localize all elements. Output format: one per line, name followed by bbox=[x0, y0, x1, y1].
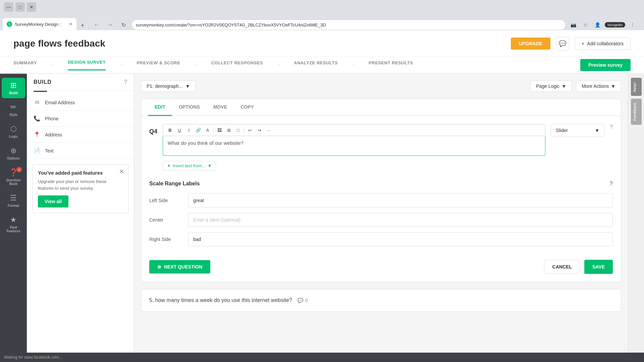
text-formatting-bar: B U I 🔗 A 🖼 ⊞ □ ↩ ↪ bbox=[163, 124, 545, 136]
maximize-button[interactable]: □ bbox=[15, 2, 25, 12]
top-bar: page flows feedback UPGRADE 💬 + Add coll… bbox=[0, 30, 644, 57]
forward-button[interactable]: → bbox=[105, 19, 115, 30]
question-row: Q4 B U I 🔗 A 🖼 ⊞ bbox=[149, 124, 613, 157]
sidebar-item-options[interactable]: ⊕ Options bbox=[2, 143, 25, 164]
sidebar-item-logic[interactable]: ⬡ Logic bbox=[2, 121, 25, 142]
sidebar-label-options: Options bbox=[7, 157, 20, 160]
build-item-label-address: Address bbox=[45, 132, 62, 137]
build-item-phone[interactable]: 📞 Phone bbox=[27, 111, 134, 127]
refresh-button[interactable]: ↻ bbox=[118, 19, 129, 30]
add-collab-label: Add collaborators bbox=[587, 41, 624, 46]
browser-chrome: — □ ✕ S SurveyMonkey Design : ✕ + ← → ↻ … bbox=[0, 0, 644, 30]
sidebar-item-style[interactable]: ✏ Style bbox=[2, 100, 25, 120]
save-button[interactable]: SAVE bbox=[584, 260, 613, 274]
email-icon: ✉ bbox=[34, 99, 40, 106]
page-selector[interactable]: P1: demograph... ▼ bbox=[141, 80, 196, 92]
new-tab-button[interactable]: + bbox=[78, 21, 87, 30]
build-item-text[interactable]: 📄 Text bbox=[27, 143, 134, 159]
add-collaborators-button[interactable]: + Add collaborators bbox=[575, 37, 631, 50]
question-text-input[interactable]: What do you think of our website? bbox=[163, 136, 545, 156]
font-color-button[interactable]: A bbox=[203, 126, 212, 134]
question-card: EDIT OPTIONS MOVE COPY Q4 B U bbox=[141, 99, 621, 282]
tab-move[interactable]: MOVE bbox=[207, 99, 234, 116]
paid-features-card: ✕ You've added paid features Upgrade you… bbox=[32, 164, 128, 213]
upgrade-button[interactable]: UPGRADE bbox=[511, 38, 550, 50]
next-question-button[interactable]: ⊕ NEXT QUESTION bbox=[149, 260, 210, 274]
browser-tab[interactable]: S SurveyMonkey Design : ✕ bbox=[3, 18, 76, 30]
toolbar-separator bbox=[213, 127, 214, 133]
image-button[interactable]: 🖼 bbox=[215, 126, 224, 134]
italic-button[interactable]: I bbox=[184, 126, 193, 134]
tab-edit[interactable]: EDIT bbox=[148, 99, 172, 116]
question-help-icon[interactable]: ? bbox=[610, 124, 613, 130]
scale-row-right: Right Side bbox=[149, 232, 613, 246]
tab-analyze-results[interactable]: ANALYZE RESULTS bbox=[294, 60, 338, 70]
tab-close-icon[interactable]: ✕ bbox=[69, 22, 72, 26]
build-help-icon[interactable]: ? bbox=[124, 79, 127, 85]
left-side-input[interactable] bbox=[188, 193, 613, 207]
scale-row-center: Center bbox=[149, 213, 613, 227]
tab-copy[interactable]: COPY bbox=[234, 99, 261, 116]
bookmark-icon[interactable]: ☆ bbox=[581, 20, 590, 29]
scale-help-icon[interactable]: ? bbox=[609, 181, 613, 187]
toolbar-right: Page Logic ▼ More Actions ▼ bbox=[530, 80, 621, 92]
embed-button[interactable]: □ bbox=[234, 126, 243, 134]
table-button[interactable]: ⊞ bbox=[224, 126, 233, 134]
insert-text-chevron: ▼ bbox=[208, 163, 212, 168]
bold-button[interactable]: B bbox=[166, 126, 174, 134]
undo-button[interactable]: ↩ bbox=[246, 126, 254, 134]
plus-icon: ⊕ bbox=[157, 264, 161, 269]
tab-collect-responses[interactable]: COLLECT RESPONSES bbox=[211, 60, 263, 70]
feedback-tab[interactable]: Feedback bbox=[631, 99, 642, 125]
sidebar-label-logic: Logic bbox=[9, 135, 18, 138]
card-close-button[interactable]: ✕ bbox=[119, 168, 124, 175]
scale-range-title: Scale Range Labels ? bbox=[149, 181, 613, 187]
sidebar-item-paid-features[interactable]: ★ Paid Features bbox=[2, 212, 25, 236]
back-button[interactable]: ← bbox=[91, 19, 102, 30]
cancel-button[interactable]: CANCEL bbox=[544, 260, 580, 274]
preview-survey-button[interactable]: Preview survey bbox=[580, 59, 631, 71]
scale-section: Scale Range Labels ? Left Side Center bbox=[149, 174, 613, 274]
question-type-select[interactable]: Slider ▼ bbox=[551, 124, 604, 137]
sidebar-label-question-bank: Question Bank bbox=[3, 178, 24, 186]
view-all-button[interactable]: View all bbox=[38, 195, 68, 207]
insert-text-button[interactable]: ✦ Insert text from... ▼ bbox=[163, 161, 216, 171]
page-logic-button[interactable]: Page Logic ▼ bbox=[530, 80, 572, 92]
help-tab[interactable]: Help! bbox=[631, 78, 642, 96]
q5-comment: 💬 0 bbox=[298, 298, 308, 303]
camera-icon[interactable]: 📷 bbox=[569, 20, 578, 29]
profile-icon[interactable]: 👤 bbox=[593, 20, 602, 29]
redo-button[interactable]: ↪ bbox=[255, 126, 264, 134]
build-item-address[interactable]: 📍 Address bbox=[27, 127, 134, 143]
underline-button[interactable]: U bbox=[175, 126, 184, 134]
format-icon: ☰ bbox=[10, 194, 17, 202]
tab-options[interactable]: OPTIONS bbox=[172, 99, 207, 116]
more-actions-button[interactable]: More Actions ▼ bbox=[576, 80, 621, 92]
link-button[interactable]: 🔗 bbox=[194, 126, 203, 134]
sidebar-item-question-bank[interactable]: 1 ❓ Question Bank bbox=[2, 165, 25, 189]
minimize-button[interactable]: — bbox=[4, 2, 13, 12]
comment-icon: 💬 bbox=[298, 298, 303, 303]
tab-design-survey[interactable]: DESIGN SURVEY bbox=[68, 60, 106, 70]
tab-present-results[interactable]: PRESENT RESULTS bbox=[369, 60, 413, 70]
build-item-email-address[interactable]: ✉ Email Address bbox=[27, 95, 134, 111]
sidebar-item-format[interactable]: ☰ Format bbox=[2, 190, 25, 211]
sidebar-item-build[interactable]: ⊞ Build bbox=[2, 78, 25, 98]
address-bar[interactable]: surveymonkey.com/create/?sm=rsYO2R2V0EQO… bbox=[131, 19, 566, 30]
more-button[interactable]: ··· bbox=[264, 126, 273, 134]
sidebar-label-build: Build bbox=[9, 91, 18, 95]
sidebar: ⊞ Build ✏ Style ⬡ Logic ⊕ Options 1 ❓ Qu… bbox=[0, 74, 27, 353]
logic-icon: ⬡ bbox=[10, 125, 17, 133]
right-side-input[interactable] bbox=[188, 232, 613, 246]
tab-preview-score[interactable]: PREVIEW & SCORE bbox=[137, 60, 180, 70]
build-icon: ⊞ bbox=[10, 81, 16, 90]
tab-summary[interactable]: SUMMARY bbox=[13, 60, 37, 70]
menu-icon[interactable]: ⋮ bbox=[628, 20, 637, 29]
comments-button[interactable]: 💬 bbox=[556, 37, 569, 50]
close-button[interactable]: ✕ bbox=[27, 2, 36, 12]
options-icon: ⊕ bbox=[10, 146, 16, 155]
sidebar-label-style: Style bbox=[9, 113, 17, 117]
next-question-label: NEXT QUESTION bbox=[164, 264, 202, 269]
center-input[interactable] bbox=[188, 213, 613, 227]
sidebar-label-paid-features: Paid Features bbox=[3, 226, 24, 233]
